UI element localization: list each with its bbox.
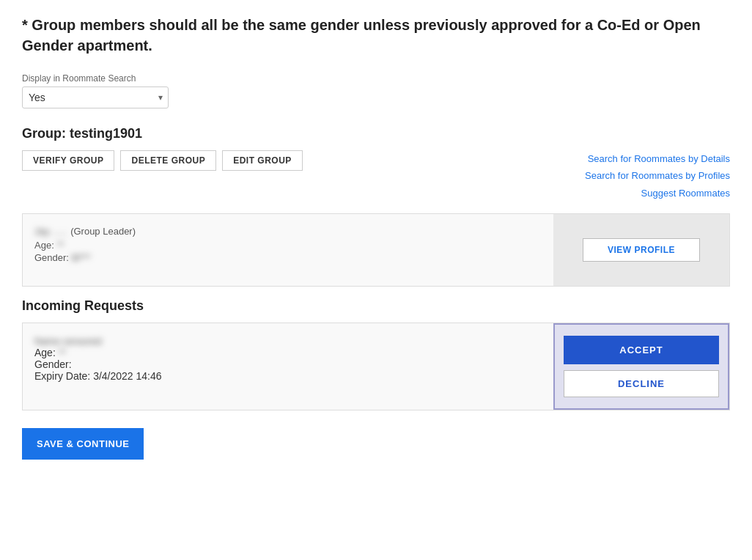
- verify-group-button[interactable]: VERIFY GROUP: [22, 150, 114, 171]
- request-actions: ACCEPT DECLINE: [553, 323, 729, 410]
- requester-name-blurred: Name censored: [34, 336, 102, 347]
- leader-age: Age: **: [34, 240, 542, 251]
- leader-gender: Gender: M***: [34, 252, 542, 263]
- leader-name: Jay ...... (Group Leader): [34, 226, 542, 237]
- decline-button[interactable]: DECLINE: [564, 370, 719, 397]
- suggest-roommates-link[interactable]: Suggest Roommates: [585, 185, 730, 202]
- leader-info: Jay ...... (Group Leader) Age: ** Gender…: [23, 214, 553, 286]
- requester-expiry-value: 3/4/2022 14:46: [93, 370, 161, 382]
- display-roommate-select[interactable]: Yes No: [22, 86, 169, 108]
- incoming-requests-title: Incoming Requests: [22, 298, 730, 314]
- gender-notice: * Group members should all be the same g…: [22, 15, 730, 56]
- search-by-profiles-link[interactable]: Search for Roommates by Profiles: [585, 167, 730, 184]
- requester-age-value: **: [59, 347, 66, 358]
- leader-name-blurred: Jay ......: [34, 226, 68, 237]
- roommate-links: Search for Roommates by Details Search f…: [585, 150, 730, 202]
- leader-gender-label: Gender:: [34, 252, 69, 263]
- accept-button[interactable]: ACCEPT: [564, 336, 719, 364]
- requester-expiry: Expiry Date: 3/4/2022 14:46: [34, 370, 542, 382]
- group-actions-row: VERIFY GROUP DELETE GROUP EDIT GROUP Sea…: [22, 150, 730, 202]
- leader-age-label: Age:: [34, 240, 54, 251]
- search-by-details-link[interactable]: Search for Roommates by Details: [585, 150, 730, 167]
- leader-actions: VIEW PROFILE: [553, 214, 729, 286]
- requester-age: Age: **: [34, 347, 542, 358]
- requester-age-label: Age:: [34, 347, 56, 358]
- edit-group-button[interactable]: EDIT GROUP: [222, 150, 303, 171]
- view-profile-button[interactable]: VIEW PROFILE: [583, 238, 700, 262]
- delete-group-button[interactable]: DELETE GROUP: [120, 150, 216, 171]
- requester-info: Name censored Age: ** Gender: Expiry Dat…: [23, 323, 553, 410]
- requester-gender-label: Gender:: [34, 358, 72, 370]
- save-continue-button[interactable]: SAVE & CONTINUE: [22, 428, 144, 460]
- group-leader-card: Jay ...... (Group Leader) Age: ** Gender…: [22, 213, 730, 287]
- incoming-request-card: Name censored Age: ** Gender: Expiry Dat…: [22, 323, 730, 410]
- group-buttons: VERIFY GROUP DELETE GROUP EDIT GROUP: [22, 150, 303, 171]
- requester-name: Name censored: [34, 335, 542, 347]
- requester-expiry-label: Expiry Date:: [34, 370, 90, 382]
- group-title: Group: testing1901: [22, 126, 730, 141]
- requester-gender: Gender:: [34, 358, 542, 370]
- leader-gender-value: M***: [72, 252, 91, 263]
- display-roommate-field: Display in Roommate Search Yes No: [22, 73, 730, 108]
- display-roommate-select-wrapper[interactable]: Yes No: [22, 86, 169, 108]
- display-roommate-label: Display in Roommate Search: [22, 73, 730, 84]
- leader-role: (Group Leader): [70, 226, 136, 237]
- leader-age-value: **: [56, 240, 64, 251]
